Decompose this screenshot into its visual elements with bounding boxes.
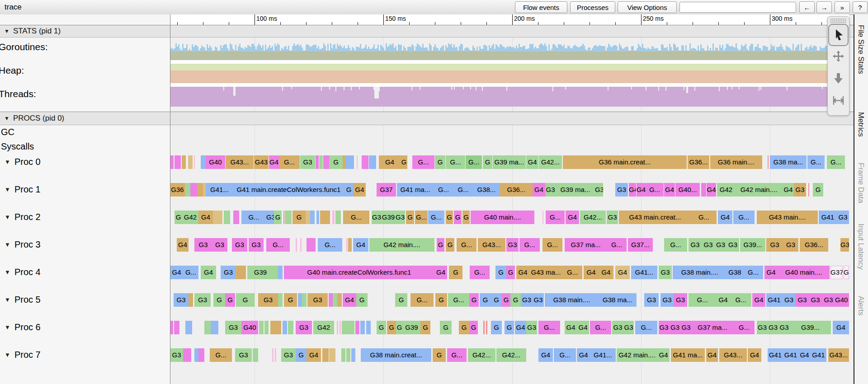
trace-span[interactable] xyxy=(302,293,307,307)
trace-span[interactable]: G xyxy=(446,238,454,252)
trace-span[interactable]: G xyxy=(396,321,403,334)
trace-span[interactable]: G4 xyxy=(379,155,401,169)
trace-span[interactable]: G xyxy=(284,293,297,307)
trace-span[interactable]: G3 xyxy=(659,266,672,279)
trace-span[interactable] xyxy=(198,348,204,362)
trace-span[interactable] xyxy=(345,155,354,169)
trace-span[interactable]: G xyxy=(462,211,470,224)
trace-span[interactable]: G4 xyxy=(798,348,811,362)
trace-span[interactable] xyxy=(366,321,371,334)
trace-span[interactable]: G3 xyxy=(545,183,556,197)
trace-span[interactable]: G3 xyxy=(194,238,212,252)
trace-span[interactable] xyxy=(197,183,203,197)
trace-span[interactable]: G... xyxy=(519,238,540,252)
proc-row-label[interactable]: ▼Proc 7 xyxy=(5,350,41,360)
trace-span[interactable] xyxy=(337,293,342,307)
proc-row-label[interactable]: ▼Proc 1 xyxy=(5,184,41,195)
trace-span[interactable] xyxy=(701,183,706,197)
trace-span[interactable]: G4 xyxy=(307,348,321,362)
trace-span[interactable] xyxy=(329,293,333,307)
trace-span[interactable] xyxy=(274,266,278,279)
trace-span[interactable]: G43... xyxy=(226,155,254,169)
trace-span[interactable] xyxy=(194,348,198,362)
trace-span[interactable] xyxy=(355,321,359,334)
trace-span[interactable]: G3 xyxy=(607,211,618,224)
trace-span[interactable] xyxy=(768,155,769,169)
trace-span[interactable] xyxy=(337,321,338,334)
trace-span[interactable]: G... xyxy=(457,238,476,252)
trace-span[interactable]: G xyxy=(395,293,407,307)
trace-span[interactable]: G37 ma... xyxy=(565,238,607,252)
zoom-tool-button[interactable] xyxy=(828,68,849,90)
trace-span[interactable]: G3 xyxy=(766,238,783,252)
trace-span[interactable]: G xyxy=(813,183,823,197)
trace-span[interactable]: G... xyxy=(183,266,198,279)
trace-span[interactable] xyxy=(296,238,297,252)
trace-span[interactable]: G38 ma... xyxy=(770,155,807,169)
trace-span[interactable]: G4 xyxy=(177,238,189,252)
trace-span[interactable]: G3 xyxy=(533,293,544,307)
trace-span[interactable]: G3 xyxy=(225,321,241,334)
trace-span[interactable]: G4 xyxy=(533,183,545,197)
trace-span[interactable] xyxy=(362,155,368,169)
trace-span[interactable] xyxy=(283,321,287,334)
trace-span[interactable]: G xyxy=(387,321,396,334)
trace-span[interactable]: G3 xyxy=(660,293,674,307)
trace-span[interactable]: G43... xyxy=(478,238,505,252)
trace-span[interactable]: G... xyxy=(546,211,565,224)
trace-span[interactable]: G xyxy=(437,238,444,252)
proc-row-label[interactable]: ▼Proc 6 xyxy=(5,322,41,332)
trace-span[interactable]: G... xyxy=(447,348,467,362)
trace-span[interactable]: G... xyxy=(646,183,664,197)
trace-span[interactable]: G3 xyxy=(521,293,533,307)
trace-span[interactable]: G4 xyxy=(615,266,630,279)
trace-span[interactable]: G... xyxy=(607,238,627,252)
trace-span[interactable]: G... xyxy=(266,238,290,252)
trace-span[interactable]: G xyxy=(356,293,368,307)
timeline-ruler[interactable]: 100 ms150 ms200 ms250 ms300 ms xyxy=(170,14,849,25)
trace-span[interactable]: G41 xyxy=(766,293,782,307)
trace-span[interactable]: G3 xyxy=(258,293,278,307)
trace-span[interactable]: G... xyxy=(412,155,434,169)
trace-span[interactable]: G43 main.creat... xyxy=(619,211,691,224)
proc-row-label[interactable]: ▼Proc 5 xyxy=(5,295,41,305)
flow-events-button[interactable]: Flow events xyxy=(515,1,567,13)
trace-span[interactable] xyxy=(341,348,345,362)
proc-row-label[interactable]: ▼Proc 3 xyxy=(5,239,41,250)
trace-span[interactable]: G xyxy=(491,293,502,307)
trace-span[interactable]: G3 xyxy=(615,183,628,197)
trace-span[interactable] xyxy=(346,238,348,252)
trace-span[interactable] xyxy=(201,155,206,169)
trace-span[interactable] xyxy=(483,321,485,334)
trace-span[interactable]: G... xyxy=(827,155,845,169)
trace-span[interactable]: G41... xyxy=(206,183,233,197)
trace-span[interactable] xyxy=(188,155,193,169)
trace-span[interactable]: G38 main.... xyxy=(673,266,726,279)
trace-span[interactable]: G41... xyxy=(590,348,616,362)
trace-span[interactable]: G3 xyxy=(809,293,822,307)
trace-span[interactable] xyxy=(319,155,323,169)
trace-span[interactable]: G3 xyxy=(837,211,849,224)
search-input[interactable] xyxy=(679,2,796,13)
trace-span[interactable]: G... xyxy=(318,238,342,252)
trace-span[interactable]: G... xyxy=(664,238,687,252)
trace-span[interactable] xyxy=(285,211,292,224)
trace-span[interactable]: G39... xyxy=(790,321,831,334)
trace-span[interactable]: G xyxy=(506,266,515,279)
trace-span[interactable] xyxy=(259,321,264,334)
trace-span[interactable]: G xyxy=(449,266,462,279)
trace-span[interactable]: G xyxy=(435,155,445,169)
trace-span[interactable]: G4 xyxy=(526,155,538,169)
trace-span[interactable]: G42... xyxy=(496,348,526,362)
trace-span[interactable] xyxy=(190,183,197,197)
trace-span[interactable] xyxy=(253,348,258,362)
trace-span[interactable]: G3 xyxy=(674,293,687,307)
stats-section-header[interactable]: ▼ STATS (pid 1) xyxy=(0,25,854,37)
trace-span[interactable] xyxy=(320,211,330,224)
trace-span[interactable]: G3 xyxy=(281,348,296,362)
trace-span[interactable]: G xyxy=(175,211,182,224)
trace-span[interactable]: G41 ma... xyxy=(397,183,434,197)
trace-span[interactable]: G xyxy=(420,321,430,334)
trace-span[interactable]: G4 xyxy=(752,293,765,307)
trace-span[interactable]: G xyxy=(435,293,447,307)
